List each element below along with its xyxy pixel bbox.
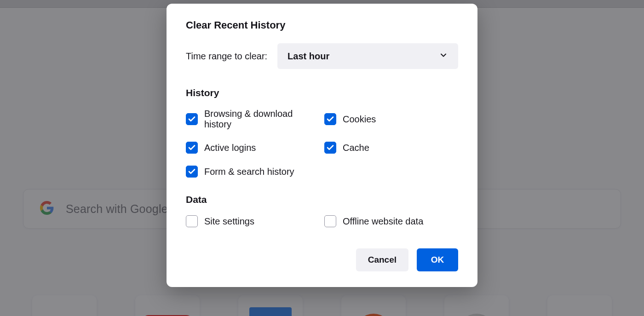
history-options: Browsing & download history Cookies Acti… <box>186 109 458 178</box>
time-range-row: Time range to clear: Last hour <box>186 43 458 69</box>
time-range-select[interactable]: Last hour <box>277 43 458 69</box>
checkbox-box <box>186 142 198 154</box>
time-range-label: Time range to clear: <box>186 51 267 62</box>
checkbox-cookies[interactable]: Cookies <box>324 109 458 130</box>
clear-history-dialog: Clear Recent History Time range to clear… <box>167 4 477 287</box>
checkbox-box <box>186 166 198 178</box>
checkbox-label: Cache <box>343 143 369 153</box>
checkbox-offline-website-data[interactable]: Offline website data <box>324 215 458 227</box>
browser-window: Search with Google or enter address Etsy… <box>0 0 644 316</box>
checkbox-box <box>324 113 336 125</box>
checkbox-label: Offline website data <box>343 216 423 227</box>
checkbox-label: Browsing & download history <box>204 109 320 130</box>
cancel-button[interactable]: Cancel <box>356 248 408 271</box>
data-heading: Data <box>186 194 458 205</box>
time-range-value: Last hour <box>288 51 329 62</box>
checkbox-box <box>324 215 336 227</box>
checkbox-browsing-download[interactable]: Browsing & download history <box>186 109 320 130</box>
checkbox-site-settings[interactable]: Site settings <box>186 215 320 227</box>
chevron-down-icon <box>439 51 448 62</box>
dialog-title: Clear Recent History <box>186 19 458 31</box>
checkbox-box <box>324 142 336 154</box>
checkbox-label: Cookies <box>343 114 376 125</box>
checkbox-form-search[interactable]: Form & search history <box>186 166 320 178</box>
checkbox-active-logins[interactable]: Active logins <box>186 142 320 154</box>
dialog-footer: Cancel OK <box>186 248 458 271</box>
checkbox-label: Form & search history <box>204 167 294 177</box>
history-heading: History <box>186 87 458 98</box>
ok-button[interactable]: OK <box>417 248 458 271</box>
checkbox-cache[interactable]: Cache <box>324 142 458 154</box>
checkbox-label: Active logins <box>204 143 256 153</box>
data-options: Site settings Offline website data <box>186 215 458 227</box>
checkbox-box <box>186 113 198 125</box>
checkbox-box <box>186 215 198 227</box>
checkbox-label: Site settings <box>204 216 254 227</box>
